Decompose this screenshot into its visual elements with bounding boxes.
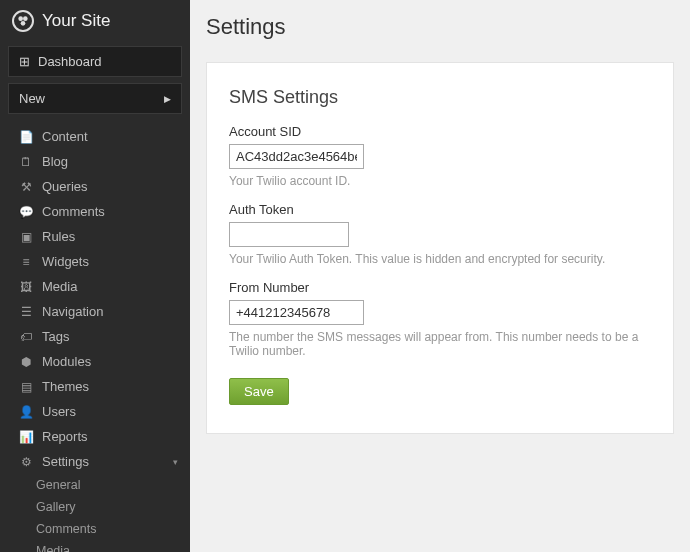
nav-item-themes[interactable]: ▤Themes <box>0 374 190 399</box>
chevron-right-icon: ▶ <box>164 94 171 104</box>
nav-item-modules[interactable]: ⬢Modules <box>0 349 190 374</box>
tag-icon: 🏷 <box>18 330 34 344</box>
layout-icon: ▤ <box>18 380 34 394</box>
module-icon: ⬢ <box>18 355 34 369</box>
image-icon: 🖼 <box>18 280 34 294</box>
from-number-hint: The number the SMS messages will appear … <box>229 330 651 358</box>
account-sid-input[interactable] <box>229 144 364 169</box>
save-button[interactable]: Save <box>229 378 289 405</box>
gear-icon: ⚙ <box>18 455 34 469</box>
panel-title: SMS Settings <box>229 87 651 108</box>
nav-item-rules[interactable]: ▣Rules <box>0 224 190 249</box>
svg-point-2 <box>21 21 26 26</box>
subnav-item-media[interactable]: Media <box>0 540 190 552</box>
nav-item-settings[interactable]: ⚙ Settings ▾ <box>0 449 190 474</box>
auth-token-input[interactable] <box>229 222 349 247</box>
field-from-number: From Number The number the SMS messages … <box>229 280 651 358</box>
nav-list: 📄Content 🗒Blog ⚒Queries 💬Comments ▣Rules… <box>0 124 190 474</box>
brand-logo-icon <box>12 10 34 32</box>
new-label: New <box>19 91 45 106</box>
nav-item-blog[interactable]: 🗒Blog <box>0 149 190 174</box>
account-sid-label: Account SID <box>229 124 651 139</box>
dashboard-button[interactable]: ⊞ Dashboard <box>8 46 182 77</box>
nav-item-users[interactable]: 👤Users <box>0 399 190 424</box>
brand-title: Your Site <box>42 11 110 31</box>
menu-icon: ☰ <box>18 305 34 319</box>
page-title: Settings <box>206 14 674 40</box>
document-icon: 📄 <box>18 130 34 144</box>
sidebar: Your Site ⊞ Dashboard New ▶ 📄Content 🗒Bl… <box>0 0 190 552</box>
auth-token-label: Auth Token <box>229 202 651 217</box>
grid-icon: ⊞ <box>19 54 30 69</box>
nav-item-queries[interactable]: ⚒Queries <box>0 174 190 199</box>
account-sid-hint: Your Twilio account ID. <box>229 174 651 188</box>
nav-item-tags[interactable]: 🏷Tags <box>0 324 190 349</box>
settings-subnav: General Gallery Comments Media sms <box>0 474 190 552</box>
square-icon: ▣ <box>18 230 34 244</box>
from-number-input[interactable] <box>229 300 364 325</box>
list-icon: ≡ <box>18 255 34 269</box>
svg-point-1 <box>23 16 28 21</box>
dashboard-label: Dashboard <box>38 54 102 69</box>
new-button[interactable]: New ▶ <box>8 83 182 114</box>
auth-token-hint: Your Twilio Auth Token. This value is hi… <box>229 252 651 266</box>
field-account-sid: Account SID Your Twilio account ID. <box>229 124 651 188</box>
nav-item-media[interactable]: 🖼Media <box>0 274 190 299</box>
nav-item-reports[interactable]: 📊Reports <box>0 424 190 449</box>
nav-item-comments[interactable]: 💬Comments <box>0 199 190 224</box>
chat-icon: 💬 <box>18 205 34 219</box>
nav-item-navigation[interactable]: ☰Navigation <box>0 299 190 324</box>
subnav-item-comments[interactable]: Comments <box>0 518 190 540</box>
from-number-label: From Number <box>229 280 651 295</box>
chevron-down-icon: ▾ <box>173 457 178 467</box>
field-auth-token: Auth Token Your Twilio Auth Token. This … <box>229 202 651 266</box>
main-content: Settings SMS Settings Account SID Your T… <box>190 0 690 552</box>
filter-icon: ⚒ <box>18 180 34 194</box>
user-icon: 👤 <box>18 405 34 419</box>
nav-item-widgets[interactable]: ≡Widgets <box>0 249 190 274</box>
brand[interactable]: Your Site <box>0 0 190 46</box>
chart-icon: 📊 <box>18 430 34 444</box>
svg-point-0 <box>18 16 23 21</box>
nav-item-content[interactable]: 📄Content <box>0 124 190 149</box>
note-icon: 🗒 <box>18 155 34 169</box>
settings-panel: SMS Settings Account SID Your Twilio acc… <box>206 62 674 434</box>
subnav-item-general[interactable]: General <box>0 474 190 496</box>
subnav-item-gallery[interactable]: Gallery <box>0 496 190 518</box>
